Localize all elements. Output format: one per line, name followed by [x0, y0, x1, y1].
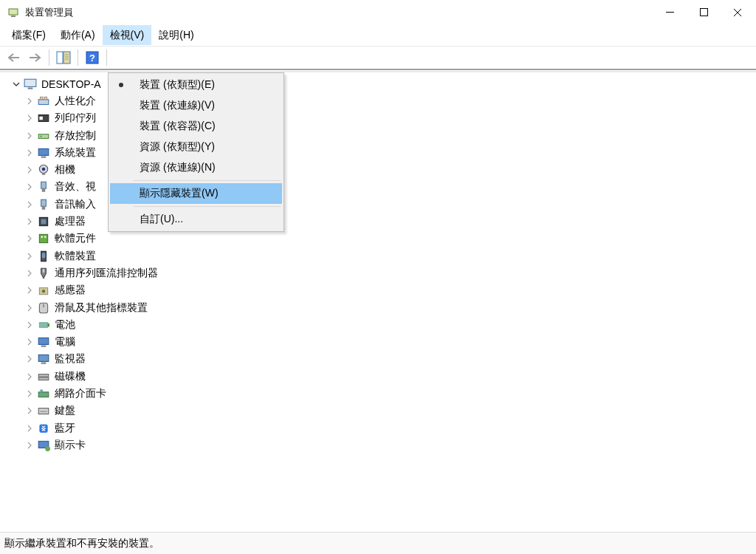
menu-file[interactable]: 檔案(F)	[4, 25, 53, 45]
dd-label: 資源 (依連線)(N)	[140, 161, 216, 173]
dd-gutter	[110, 183, 132, 204]
menu-action[interactable]: 動作(A)	[53, 25, 103, 45]
chevron-right-icon[interactable]	[25, 131, 34, 140]
tree-item[interactable]: 通用序列匯流排控制器	[18, 264, 756, 281]
chevron-right-icon[interactable]	[25, 217, 34, 226]
svg-text:?: ?	[89, 52, 95, 64]
menu-view[interactable]: 檢視(V)	[103, 25, 152, 45]
svg-point-40	[42, 290, 46, 293]
chevron-right-icon[interactable]	[25, 424, 34, 433]
svg-rect-1	[11, 16, 16, 17]
tree-item-label: 處理器	[55, 215, 86, 228]
svg-rect-0	[9, 9, 18, 15]
chevron-right-icon[interactable]	[25, 338, 34, 346]
tree-item-label: 軟體裝置	[55, 250, 96, 263]
dropdown-separator	[134, 180, 281, 181]
minimize-button[interactable]	[653, 0, 687, 24]
window-title: 裝置管理員	[25, 6, 653, 19]
chevron-right-icon[interactable]	[25, 182, 34, 191]
tree-item[interactable]: 電池	[18, 316, 756, 333]
chevron-right-icon[interactable]	[25, 234, 34, 243]
tree-item[interactable]: 軟體裝置	[18, 247, 756, 264]
chevron-right-icon[interactable]	[25, 165, 34, 174]
tree-item[interactable]: 電腦	[18, 333, 756, 350]
device-category-icon	[37, 422, 50, 435]
tree-item-label: 監視器	[55, 352, 86, 366]
dd-resources-by-type[interactable]: 資源 (依類型)(Y)	[110, 137, 282, 157]
chevron-right-icon[interactable]	[25, 269, 34, 278]
dd-resources-by-connection[interactable]: 資源 (依連線)(N)	[110, 157, 282, 178]
dd-gutter	[110, 137, 132, 157]
dropdown-separator	[134, 206, 281, 207]
dd-devices-by-connection[interactable]: 裝置 (依連線)(V)	[110, 95, 282, 116]
device-category-icon	[37, 318, 50, 332]
svg-rect-3	[700, 9, 707, 16]
tree-item-label: 音效、視	[55, 180, 96, 194]
dd-gutter	[110, 157, 132, 178]
svg-rect-16	[41, 97, 43, 99]
tree-item[interactable]: 感應器	[18, 282, 756, 299]
dd-customize[interactable]: 自訂(U)...	[110, 209, 282, 230]
back-button[interactable]	[4, 48, 24, 67]
menubar: 檔案(F) 動作(A) 檢視(V) 說明(H)	[0, 25, 756, 46]
tree-item[interactable]: 顯示卡	[18, 437, 756, 454]
dd-devices-by-container[interactable]: 裝置 (依容器)(C)	[110, 116, 282, 137]
device-category-icon	[37, 129, 50, 143]
chevron-right-icon[interactable]	[25, 200, 34, 209]
chevron-right-icon[interactable]	[25, 304, 34, 312]
chevron-down-icon[interactable]	[12, 80, 21, 89]
chevron-right-icon[interactable]	[25, 406, 34, 415]
chevron-right-icon[interactable]	[25, 286, 34, 295]
forward-button[interactable]	[25, 48, 44, 67]
tree-item-label: 通用序列匯流排控制器	[55, 267, 158, 280]
menu-help[interactable]: 說明(H)	[151, 25, 201, 45]
device-category-icon	[37, 387, 50, 400]
device-category-icon	[37, 352, 50, 366]
svg-rect-7	[63, 52, 70, 64]
tree-item-label: 鍵盤	[55, 404, 75, 417]
tree-item[interactable]: 監視器	[18, 351, 756, 368]
chevron-right-icon[interactable]	[25, 441, 34, 450]
dd-show-hidden[interactable]: 顯示隱藏裝置(W)	[110, 183, 282, 204]
tree-item[interactable]: 滑鼠及其他指標裝置	[18, 299, 756, 316]
dd-label: 資源 (依類型)(Y)	[140, 140, 215, 152]
svg-rect-32	[41, 219, 47, 225]
tree-item[interactable]: 網路介面卡	[18, 385, 756, 402]
device-category-icon	[37, 267, 50, 280]
chevron-right-icon[interactable]	[25, 252, 34, 261]
chevron-right-icon[interactable]	[25, 372, 34, 381]
detail-toggle-button[interactable]	[54, 48, 73, 67]
svg-rect-15	[38, 100, 49, 105]
help-button[interactable]: ?	[83, 48, 102, 67]
menu-view-label: 檢視(V)	[110, 29, 145, 42]
device-category-icon	[37, 146, 50, 160]
device-category-icon	[37, 198, 50, 211]
tree-item[interactable]: 鍵盤	[18, 403, 756, 420]
tree-item[interactable]: 軟體元件	[18, 230, 756, 247]
svg-rect-13	[24, 79, 36, 86]
menu-action-label: 動作(A)	[61, 29, 95, 42]
view-dropdown: 裝置 (依類型)(E) 裝置 (依連線)(V) 裝置 (依容器)(C) 資源 (…	[108, 72, 284, 232]
svg-rect-22	[38, 148, 49, 155]
chevron-right-icon[interactable]	[25, 97, 34, 106]
chevron-right-icon[interactable]	[25, 148, 34, 157]
device-category-icon	[37, 284, 50, 297]
maximize-button[interactable]	[687, 0, 721, 24]
chevron-right-icon[interactable]	[25, 114, 34, 123]
chevron-right-icon[interactable]	[25, 355, 34, 363]
chevron-right-icon[interactable]	[25, 389, 34, 398]
device-category-icon	[37, 439, 50, 452]
tree-item[interactable]: 磁碟機	[18, 368, 756, 385]
toolbar: ?	[0, 46, 756, 69]
chevron-right-icon[interactable]	[25, 321, 34, 329]
svg-rect-17	[44, 97, 47, 99]
svg-rect-26	[42, 174, 46, 175]
menu-file-label: 檔案(F)	[12, 29, 46, 42]
svg-rect-50	[38, 392, 49, 397]
dd-devices-by-type[interactable]: 裝置 (依類型)(E)	[110, 75, 282, 95]
svg-rect-48	[38, 374, 49, 376]
tree-item[interactable]: 藍牙	[18, 420, 756, 437]
svg-rect-45	[41, 346, 47, 347]
dd-label: 裝置 (依類型)(E)	[140, 78, 215, 90]
close-button[interactable]	[721, 0, 755, 24]
